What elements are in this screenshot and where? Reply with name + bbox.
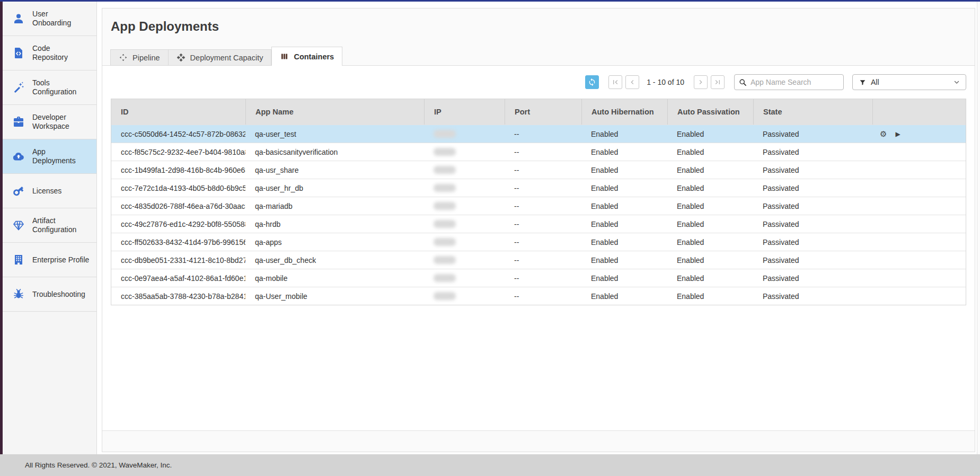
columns-icon	[280, 52, 289, 61]
sidebar-item-code-repository[interactable]: Code Repository	[3, 36, 96, 70]
column-header-port: Port	[505, 99, 581, 125]
cell-actions	[872, 269, 966, 287]
cell-app-name: qa-basicsanityverification	[245, 143, 424, 161]
redacted-ip	[434, 148, 456, 156]
cell-app-name: qa-hrdb	[245, 215, 424, 233]
cell-state: Passivated	[753, 251, 872, 269]
cell-auto-passivation: Enabled	[667, 269, 753, 287]
redacted-ip	[434, 256, 456, 264]
column-header-id: ID	[111, 99, 245, 125]
last-page-button[interactable]	[711, 75, 725, 89]
cell-auto-hibernation: Enabled	[581, 215, 667, 233]
sidebar-item-developer-workspace[interactable]: Developer Workspace	[3, 105, 96, 139]
cell-state: Passivated	[753, 143, 872, 161]
cell-id: ccc-4835d026-788f-46ea-a76d-30aac3…	[111, 197, 245, 215]
cell-auto-hibernation: Enabled	[581, 179, 667, 197]
table-row[interactable]: ccc-1b499fa1-2d98-416b-8c4b-960e68… qa-u…	[111, 161, 966, 179]
cell-ip	[424, 143, 505, 161]
sidebar-item-label: Tools Configuration	[32, 78, 76, 96]
table-row[interactable]: ccc-4835d026-788f-46ea-a76d-30aac3… qa-m…	[111, 197, 966, 215]
tab-pipeline[interactable]: Pipeline	[110, 49, 169, 66]
cell-id: ccc-c5050d64-1452-4c57-872b-086322…	[111, 125, 245, 143]
sidebar-item-label: User Onboarding	[32, 10, 71, 28]
cell-auto-passivation: Enabled	[667, 197, 753, 215]
card-body: 1 - 10 of 10 All	[102, 66, 975, 430]
sidebar-item-troubleshooting[interactable]: Troubleshooting	[3, 277, 96, 312]
column-header-state: State	[753, 99, 872, 125]
cell-app-name: qa-mariadb	[245, 197, 424, 215]
building-icon	[12, 253, 25, 267]
refresh-button[interactable]	[585, 75, 599, 89]
table-header-row: ID App Name IP Port Auto Hibernation Aut…	[111, 99, 966, 125]
cell-state: Passivated	[753, 233, 872, 251]
cell-ip	[424, 287, 505, 305]
search-icon	[739, 78, 747, 86]
cell-ip	[424, 125, 505, 143]
code-file-icon	[12, 46, 25, 60]
table-row[interactable]: ccc-ff502633-8432-41d4-97b6-996156… qa-a…	[111, 233, 966, 251]
table-row[interactable]: ccc-7e72c1da-4193-4b05-b8d0-6b9c54… qa-u…	[111, 179, 966, 197]
cell-ip	[424, 233, 505, 251]
sidebar-item-enterprise-profile[interactable]: Enterprise Profile	[3, 243, 96, 277]
cell-actions	[872, 233, 966, 251]
card-footer	[102, 430, 975, 452]
cell-id: ccc-f85c75c2-9232-4ee7-b404-9810a8…	[111, 143, 245, 161]
toolbar: 1 - 10 of 10 All	[111, 74, 966, 90]
prev-page-button[interactable]	[625, 75, 639, 89]
cell-port: --	[505, 161, 581, 179]
table-row[interactable]: ccc-49c27876-ed1c-4292-b0f8-550588… qa-h…	[111, 215, 966, 233]
cell-port: --	[505, 143, 581, 161]
chevron-down-icon	[953, 78, 960, 86]
redacted-ip	[434, 184, 456, 192]
cell-app-name: qa-User_mobile	[245, 287, 424, 305]
redacted-ip	[434, 166, 456, 174]
cell-auto-hibernation: Enabled	[581, 269, 667, 287]
cell-state: Passivated	[753, 161, 872, 179]
cell-id: ccc-db9be051-2331-4121-8c10-8bd277…	[111, 251, 245, 269]
column-header-ip: IP	[424, 99, 505, 125]
cloud-upload-icon	[12, 149, 25, 163]
cell-ip	[424, 179, 505, 197]
sidebar-item-licenses[interactable]: Licenses	[3, 174, 96, 208]
cell-state: Passivated	[753, 179, 872, 197]
tab-deployment-capacity[interactable]: Deployment Capacity	[169, 49, 272, 66]
first-page-button[interactable]	[608, 75, 622, 89]
chevron-right-icon	[696, 78, 705, 86]
main-content: App Deployments Pipeline Dep	[97, 2, 977, 454]
table-row[interactable]: ccc-0e97aea4-a5af-4102-86a1-fd60e16… qa-…	[111, 269, 966, 287]
cell-auto-hibernation: Enabled	[581, 287, 667, 305]
copyright-text: All Rights Reserved. © 2021, WaveMaker, …	[25, 461, 172, 469]
sidebar-item-artifact-configuration[interactable]: Artifact Configuration	[3, 208, 96, 243]
start-icon[interactable]: ▶	[895, 131, 900, 137]
settings-icon[interactable]: ⚙	[880, 130, 887, 138]
key-icon	[12, 184, 25, 198]
tab-containers[interactable]: Containers	[271, 47, 342, 66]
scrollbar-track[interactable]	[977, 2, 980, 454]
sidebar-item-label: Licenses	[32, 187, 61, 196]
table-row[interactable]: ccc-385aa5ab-3788-4230-b78a-b2841c… qa-U…	[111, 287, 966, 305]
cell-ip	[424, 269, 505, 287]
column-header-app-name: App Name	[245, 99, 424, 125]
cell-port: --	[505, 125, 581, 143]
sidebar-item-app-deployments[interactable]: App Deployments	[3, 139, 96, 174]
sidebar-item-label: Enterprise Profile	[32, 255, 89, 265]
move-icon	[176, 53, 186, 62]
state-filter-dropdown[interactable]: All	[852, 74, 966, 90]
sidebar-item-user-onboarding[interactable]: User Onboarding	[3, 2, 96, 36]
refresh-icon	[588, 78, 596, 86]
sidebar-nav: User Onboarding Code Repository Tools Co…	[3, 2, 96, 454]
table-row[interactable]: ccc-f85c75c2-9232-4ee7-b404-9810a8… qa-b…	[111, 143, 966, 161]
table-row[interactable]: ccc-db9be051-2331-4121-8c10-8bd277… qa-u…	[111, 251, 966, 269]
cell-state: Passivated	[753, 125, 872, 143]
cell-state: Passivated	[753, 197, 872, 215]
search-input[interactable]	[751, 78, 843, 86]
table-row[interactable]: ccc-c5050d64-1452-4c57-872b-086322… qa-u…	[111, 125, 966, 143]
next-page-button[interactable]	[694, 75, 708, 89]
cell-port: --	[505, 269, 581, 287]
cell-actions	[872, 251, 966, 269]
sidebar-item-tools-configuration[interactable]: Tools Configuration	[3, 70, 96, 105]
cell-auto-hibernation: Enabled	[581, 251, 667, 269]
cell-state: Passivated	[753, 287, 872, 305]
cell-actions	[872, 143, 966, 161]
cell-actions	[872, 197, 966, 215]
